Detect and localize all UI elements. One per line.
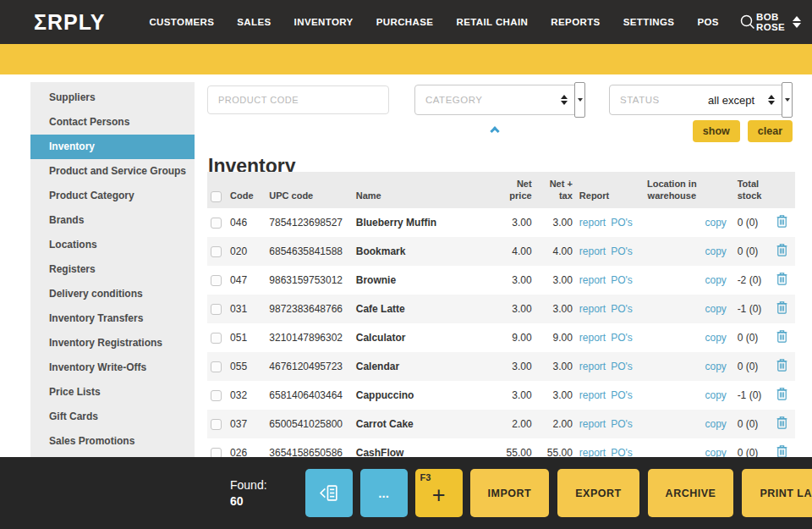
nav-item-purchase[interactable]: PURCHASE [376, 17, 434, 27]
sidebar-item-gift-cards[interactable]: Gift Cards [30, 405, 195, 429]
purchase-orders-link[interactable]: PO's [611, 303, 633, 315]
table-row: 0319872383648766Cafe Latte3.003.00report… [207, 295, 795, 323]
delete-icon[interactable] [776, 244, 787, 256]
sidebar-item-product-category[interactable]: Product Category [30, 184, 195, 208]
delete-icon[interactable] [776, 301, 787, 314]
report-link[interactable]: report [579, 303, 606, 315]
archive-button[interactable]: ARCHIVE [648, 469, 734, 517]
nav-item-settings[interactable]: SETTINGS [623, 17, 675, 27]
status-select-value: all except [708, 94, 754, 107]
row-checkbox[interactable] [211, 333, 222, 344]
add-new-button[interactable]: F3 + [415, 469, 463, 517]
sidebar-item-locations[interactable]: Locations [30, 233, 195, 257]
sidebar-item-delivery-conditions[interactable]: Delivery conditions [30, 282, 195, 306]
copy-link[interactable]: copy [705, 389, 726, 401]
row-checkbox[interactable] [211, 304, 222, 315]
collapse-filters-button[interactable] [488, 126, 502, 136]
show-button[interactable]: show [693, 120, 740, 142]
purchase-orders-link[interactable]: PO's [611, 361, 633, 372]
product-code-input[interactable] [207, 85, 389, 114]
row-checkbox[interactable] [211, 361, 222, 372]
nav-item-pos[interactable]: POS [697, 17, 719, 27]
nav-item-retail-chain[interactable]: RETAIL CHAIN [456, 17, 528, 27]
nav-item-customers[interactable]: CUSTOMERS [149, 17, 214, 27]
sidebar-item-product-and-service-groups[interactable]: Product and Service Groups [30, 159, 195, 184]
report-link[interactable]: report [579, 332, 606, 344]
row-select-cell [207, 352, 227, 381]
row-checkbox[interactable] [211, 390, 222, 401]
sidebar-item-contact-persons[interactable]: Contact Persons [30, 110, 195, 135]
clear-button[interactable]: clear [748, 120, 793, 142]
copy-link[interactable]: copy [705, 361, 726, 372]
export-button[interactable]: EXPORT [557, 469, 639, 517]
sidebar-item-price-lists[interactable]: Price Lists [30, 380, 195, 405]
print-labels-button[interactable]: PRINT LABELS [742, 469, 812, 517]
copy-link[interactable]: copy [705, 245, 726, 257]
purchase-orders-link[interactable]: PO's [611, 418, 633, 430]
nav-item-sales[interactable]: SALES [237, 17, 271, 27]
row-checkbox[interactable] [211, 246, 222, 257]
sidebar-item-brands[interactable]: Brands [30, 208, 195, 233]
copy-link[interactable]: copy [705, 217, 726, 229]
delete-icon[interactable] [776, 416, 787, 429]
sidebar-item-inventory-write-offs[interactable]: Inventory Write-Offs [30, 355, 195, 380]
upc-code-cell: 4676120495723 [266, 352, 352, 381]
erply-logo[interactable]: ΣRPLY [34, 10, 105, 35]
report-link[interactable]: report [579, 389, 606, 401]
sidebar-item-inventory-registrations[interactable]: Inventory Registrations [30, 331, 195, 355]
delete-icon[interactable] [776, 215, 787, 228]
category-select[interactable]: CATEGORY [414, 85, 584, 115]
delete-icon[interactable] [776, 330, 787, 343]
nav-item-reports[interactable]: REPORTS [551, 17, 600, 27]
purchase-orders-link[interactable]: PO's [611, 389, 633, 401]
product-code-cell: 037 [227, 410, 266, 438]
net-tax-cell: 2.00 [535, 410, 576, 438]
sidebar-item-suppliers[interactable]: Suppliers [30, 85, 195, 110]
delete-icon[interactable] [776, 359, 787, 372]
dropdown-caret-icon[interactable] [574, 82, 585, 118]
report-link[interactable]: report [579, 274, 606, 286]
f3-shortcut-label: F3 [420, 472, 431, 482]
row-select-cell [207, 208, 227, 237]
purchase-orders-link[interactable]: PO's [611, 217, 633, 229]
status-select[interactable]: STATUS all except [609, 85, 791, 115]
dropdown-caret-icon[interactable] [782, 82, 793, 118]
copy-cell: copy [701, 208, 733, 237]
copy-link[interactable]: copy [705, 303, 726, 315]
row-checkbox[interactable] [211, 218, 222, 229]
report-link[interactable]: report [579, 418, 606, 430]
search-icon[interactable] [739, 14, 756, 30]
delete-icon[interactable] [776, 388, 787, 400]
user-menu[interactable]: BOB ROSE [756, 12, 801, 32]
sidebar-item-sales-promotions[interactable]: Sales Promotions [30, 429, 195, 454]
delete-icon[interactable] [776, 445, 787, 458]
copy-link[interactable]: copy [705, 418, 726, 430]
row-checkbox[interactable] [211, 419, 222, 430]
select-all-checkbox[interactable] [211, 191, 222, 202]
row-checkbox[interactable] [211, 275, 222, 286]
more-actions-button[interactable]: ... [360, 469, 408, 517]
copy-cell: copy [701, 381, 733, 410]
delete-icon[interactable] [776, 273, 787, 285]
copy-link[interactable]: copy [705, 274, 726, 286]
column-header-net: Net + tax [535, 172, 576, 208]
list-panel-icon [317, 482, 340, 504]
row-select-cell [207, 295, 227, 323]
accent-strip [0, 44, 812, 74]
upc-code-cell: 9863159753012 [266, 266, 352, 295]
import-button[interactable]: IMPORT [470, 469, 550, 517]
copy-link[interactable]: copy [705, 332, 726, 344]
toggle-panel-button[interactable] [305, 469, 353, 517]
report-link[interactable]: report [579, 245, 606, 257]
report-cell: reportPO's [576, 208, 642, 237]
purchase-orders-link[interactable]: PO's [611, 332, 633, 344]
table-row: 0513210147896302Calculator9.009.00report… [207, 323, 795, 352]
report-link[interactable]: report [579, 361, 606, 372]
purchase-orders-link[interactable]: PO's [611, 245, 633, 257]
nav-item-inventory[interactable]: INVENTORY [294, 17, 354, 27]
report-link[interactable]: report [579, 217, 606, 229]
sidebar-item-inventory-transfers[interactable]: Inventory Transfers [30, 306, 195, 331]
sidebar-item-inventory[interactable]: Inventory [30, 135, 195, 159]
purchase-orders-link[interactable]: PO's [611, 274, 633, 286]
sidebar-item-registers[interactable]: Registers [30, 257, 195, 282]
